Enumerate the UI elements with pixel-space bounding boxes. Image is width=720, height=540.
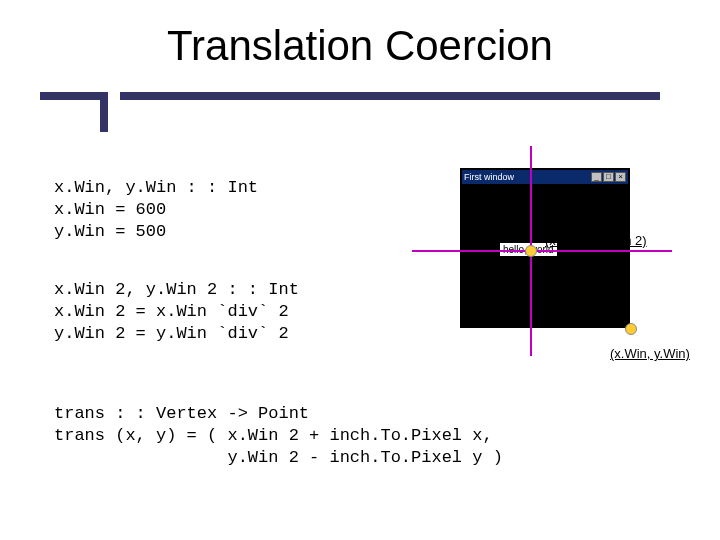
- window-title: First window: [464, 172, 514, 182]
- horizontal-axis: [412, 250, 672, 252]
- close-icon: ×: [615, 172, 626, 182]
- window-titlebar: First window _ □ ×: [462, 170, 628, 184]
- point-corner-marker: [625, 323, 637, 335]
- code-block-1: x.Win, y.Win : : Int x.Win = 600 y.Win =…: [54, 177, 258, 243]
- title-underline: [40, 92, 660, 100]
- window-buttons: _ □ ×: [591, 172, 626, 182]
- coordinate-figure: First window _ □ × hello, world (x.Win 2…: [420, 158, 680, 378]
- point-center-marker: [525, 245, 537, 257]
- slide-title: Translation Coercion: [0, 22, 720, 70]
- code-block-2: x.Win 2, y.Win 2 : : Int x.Win 2 = x.Win…: [54, 279, 299, 345]
- window-mock: First window _ □ × hello, world: [460, 168, 630, 328]
- point-center-label: (x.Win 2, y.Win 2): [545, 233, 647, 248]
- point-corner-label: (x.Win, y.Win): [610, 346, 690, 361]
- slide: Translation Coercion x.Win, y.Win : : In…: [0, 0, 720, 540]
- title-underline-notch: [100, 92, 108, 132]
- code-block-3: trans : : Vertex -> Point trans (x, y) =…: [54, 403, 503, 469]
- maximize-icon: □: [603, 172, 614, 182]
- minimize-icon: _: [591, 172, 602, 182]
